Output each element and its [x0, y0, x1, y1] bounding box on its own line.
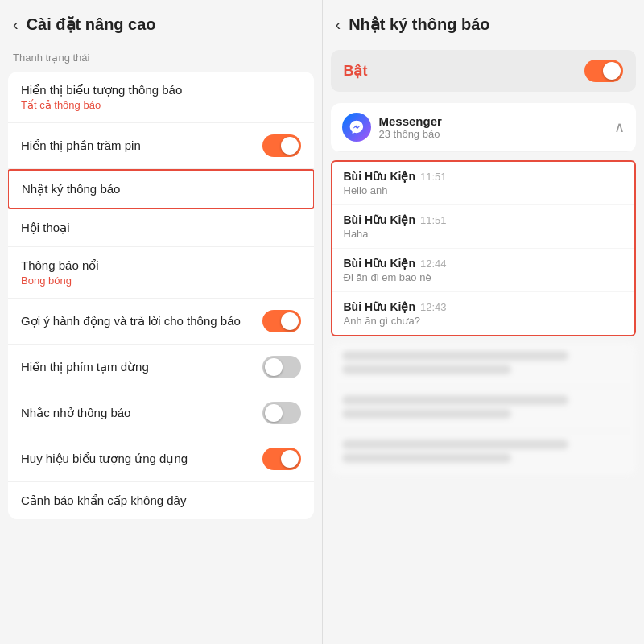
messenger-section: Messenger 23 thông báo ∧	[331, 103, 637, 152]
notif-sender-row-2: Bùi Hữu Kiện 12:44	[344, 257, 624, 270]
blur-line-2b	[342, 453, 512, 463]
notif-message-3: Anh ăn gì chưa?	[344, 315, 624, 327]
setting-nhat-ky-thong-bao[interactable]: Nhật ký thông báo	[8, 169, 314, 209]
setting-thong-bao-noi[interactable]: Thông báo nổi Bong bóng	[8, 247, 314, 299]
messenger-header[interactable]: Messenger 23 thông báo ∧	[331, 103, 637, 152]
toggle-nhac-nho[interactable]	[262, 402, 301, 424]
toggle-pin[interactable]	[262, 134, 301, 157]
blur-line-0a	[342, 351, 568, 361]
setting-group-4: Thông báo nổi Bong bóng	[21, 258, 99, 287]
notif-item-1[interactable]: Bùi Hữu Kiện 11:51 Haha	[332, 205, 635, 249]
left-panel: ‹ Cài đặt nâng cao Thanh trạng thái Hiển…	[0, 0, 323, 644]
notif-message-1: Haha	[344, 228, 624, 240]
notification-log-box: Bùi Hữu Kiện 11:51 Hello anh Bùi Hữu Kiệ…	[331, 160, 637, 336]
setting-group-1: Hiển thị phần trăm pin	[21, 138, 141, 153]
setting-nhac-nho-thong-bao[interactable]: Nhắc nhở thông báo	[8, 390, 314, 436]
notif-sender-row-3: Bùi Hữu Kiện 12:43	[344, 300, 624, 313]
toggle-phim-tam-dung[interactable]	[262, 356, 301, 378]
setting-canh-bao-khan-cap[interactable]: Cảnh báo khẩn cấp không dây	[8, 482, 314, 519]
notif-item-0[interactable]: Bùi Hữu Kiện 11:51 Hello anh	[332, 162, 635, 205]
blur-line-1a	[342, 395, 568, 405]
messenger-info: Messenger 23 thông báo	[342, 113, 442, 142]
blurred-item-1	[331, 387, 637, 431]
notif-sender-0: Bùi Hữu Kiện	[344, 170, 416, 183]
notif-time-1: 11:51	[420, 214, 447, 226]
setting-label-5: Gợi ý hành động và trả lời cho thông báo	[21, 314, 241, 328]
right-header: ‹ Nhật ký thông báo	[323, 0, 645, 43]
setting-hoi-thoai[interactable]: Hội thoại	[8, 209, 314, 247]
notif-item-2[interactable]: Bùi Hữu Kiện 12:44 Đi ăn đi em bao nè	[332, 249, 635, 292]
notif-time-0: 11:51	[420, 171, 447, 183]
notif-message-0: Hello anh	[344, 184, 624, 196]
setting-label-2: Nhật ký thông báo	[22, 182, 120, 196]
notif-item-3[interactable]: Bùi Hữu Kiện 12:43 Anh ăn gì chưa?	[332, 292, 635, 335]
right-panel-title: Nhật ký thông báo	[349, 14, 489, 34]
setting-label-4: Thông báo nổi	[21, 258, 99, 273]
setting-group-0: Hiển thị biểu tượng thông báo Tất cả thô…	[21, 83, 182, 111]
left-back-arrow[interactable]: ‹	[13, 15, 19, 34]
setting-label-3: Hội thoại	[21, 221, 70, 235]
setting-hien-thi-phan-tram-pin[interactable]: Hiển thị phần trăm pin	[8, 123, 314, 169]
blurred-item-0	[331, 343, 637, 387]
notif-sender-row-0: Bùi Hữu Kiện 11:51	[344, 170, 624, 183]
blur-line-0b	[342, 365, 512, 374]
messenger-app-name: Messenger	[379, 114, 442, 128]
settings-list: Hiển thị biểu tượng thông báo Tất cả thô…	[8, 72, 314, 519]
setting-huy-hieu[interactable]: Huy hiệu biểu tượng ứng dụng	[8, 436, 314, 482]
notif-sender-3: Bùi Hữu Kiện	[344, 300, 416, 313]
notif-sender-row-1: Bùi Hữu Kiện 11:51	[344, 213, 624, 226]
blurred-section	[331, 343, 637, 476]
left-panel-title: Cài đặt nâng cao	[27, 14, 156, 34]
left-header: ‹ Cài đặt nâng cao	[0, 0, 322, 43]
setting-group-5: Gợi ý hành động và trả lời cho thông báo	[21, 314, 241, 328]
messenger-text-group: Messenger 23 thông báo	[379, 114, 442, 140]
setting-label-6: Hiển thị phím tạm dừng	[21, 360, 149, 374]
notif-sender-1: Bùi Hữu Kiện	[344, 213, 416, 226]
bat-row: Bật	[331, 50, 637, 92]
setting-label-8: Huy hiệu biểu tượng ứng dụng	[21, 452, 188, 466]
messenger-notif-count: 23 thông báo	[379, 128, 442, 140]
toggle-bat[interactable]	[584, 60, 623, 82]
setting-label-0: Hiển thị biểu tượng thông báo	[21, 83, 182, 97]
setting-label-9: Cảnh báo khẩn cấp không dây	[21, 493, 186, 508]
blurred-item-2	[331, 431, 637, 476]
setting-hien-thi-phim-tam-dung[interactable]: Hiển thị phím tạm dừng	[8, 345, 314, 390]
right-back-arrow[interactable]: ‹	[336, 15, 341, 34]
toggle-huy-hieu[interactable]	[262, 448, 301, 470]
notif-sender-2: Bùi Hữu Kiện	[344, 257, 416, 270]
setting-label-1: Hiển thị phần trăm pin	[21, 138, 141, 153]
chevron-up-icon[interactable]: ∧	[614, 118, 625, 136]
setting-goi-y-hanh-dong[interactable]: Gợi ý hành động và trả lời cho thông báo	[8, 299, 314, 345]
notif-message-2: Đi ăn đi em bao nè	[344, 271, 624, 283]
setting-hien-thi-bieu-tuong[interactable]: Hiển thị biểu tượng thông báo Tất cả thô…	[8, 72, 314, 123]
setting-subtext-0: Tất cả thông báo	[21, 99, 182, 111]
blur-line-1b	[342, 409, 512, 419]
bat-label: Bật	[344, 62, 368, 80]
notif-time-3: 12:43	[420, 301, 447, 313]
setting-subtext-4: Bong bóng	[21, 275, 99, 287]
messenger-app-icon	[342, 113, 371, 142]
notif-time-2: 12:44	[420, 258, 447, 270]
toggle-goi-y[interactable]	[262, 310, 301, 332]
section-label-status-bar: Thanh trạng thái	[0, 43, 322, 68]
right-panel: ‹ Nhật ký thông báo Bật Messenger 23 thô…	[323, 0, 645, 644]
blur-line-2a	[342, 440, 568, 449]
setting-label-7: Nhắc nhở thông báo	[21, 406, 130, 420]
